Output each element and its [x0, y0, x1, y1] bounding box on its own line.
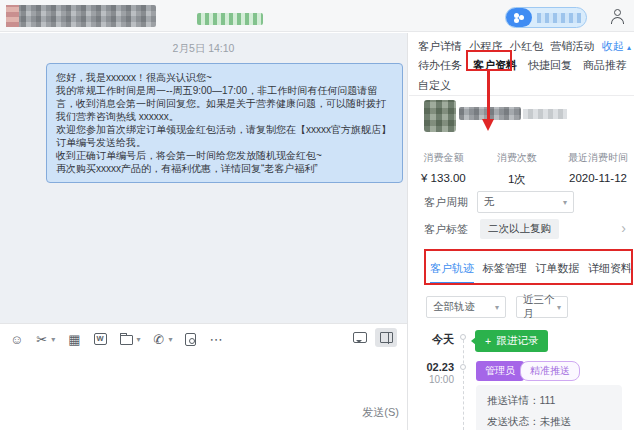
message-timestamp: 2月5日 14:10	[0, 33, 407, 56]
scrm-app-button[interactable]	[505, 7, 587, 28]
stat-last-purchase: 最近消费时间 2020-11-12	[568, 151, 628, 187]
panel-tabs-row2: 待办任务 客户资料 快捷回复 商品推荐	[418, 58, 631, 73]
emoji-icon[interactable]: ☺	[10, 333, 23, 346]
tab-todo-tasks[interactable]: 待办任务	[418, 58, 462, 73]
side-panel-icon	[380, 332, 393, 343]
scissors-caret-icon[interactable]: ▾	[51, 335, 55, 344]
chat-peer-tag-redacted	[197, 13, 263, 25]
message-line: 欢迎您参加首次绑定订单领现金红包活动，请复制您在【xxxxx官方旗舰店】订单编号…	[56, 123, 393, 149]
composer-toolbar-right	[353, 328, 397, 347]
customer-cycle-row: 客户周期 无 ▾	[424, 191, 624, 213]
push-detail-card: 推送详情：111 发送状态：未推送	[476, 385, 622, 430]
timeline-today-label: 今天	[409, 332, 454, 347]
title-bar	[0, 0, 634, 32]
phone-caret-icon[interactable]: ▾	[168, 335, 172, 344]
message-line: 再次购买xxxxx产品的，有福利优惠，详情回复“老客户福利”	[56, 162, 393, 175]
folder-caret-icon[interactable]: ▾	[137, 335, 141, 344]
stat-label: 最近消费时间	[568, 151, 628, 165]
message-line: 您好，我是xxxxxx！很高兴认识您~	[56, 71, 393, 84]
phone-icon[interactable]: ✆	[154, 333, 165, 346]
send-button[interactable]: 发送(S)	[362, 405, 399, 420]
cycle-value: 无	[484, 195, 495, 209]
tab-customer-details[interactable]: 客户详情	[418, 39, 462, 54]
annotation-red-arrow-head	[482, 119, 494, 131]
timeline-dot	[460, 334, 466, 340]
image-icon[interactable]: ▦	[68, 333, 80, 346]
panel-tabs-row1: 客户详情 小程序 小红包 营销活动 收起 ▴	[418, 39, 631, 54]
track-range-dropdown[interactable]: 近三个月 ▾	[516, 296, 568, 318]
customer-name-tail-redacted	[523, 109, 567, 119]
stat-value: 2020-11-12	[568, 172, 628, 184]
tab-tag-manage[interactable]: 标签管理	[483, 261, 527, 284]
tab-product-recommend[interactable]: 商品推荐	[583, 58, 627, 73]
message-line: 我的常规工作时间是周一--周五9:00—17:00，非工作时间有任何问题请留言，…	[56, 84, 393, 123]
divider	[409, 95, 634, 96]
chat-history-icon[interactable]	[353, 332, 367, 343]
tab-detail-profile[interactable]: 详细资料	[588, 261, 632, 284]
app-window: 2月5日 14:10 您好，我是xxxxxx！很高兴认识您~ 我的常规工作时间是…	[0, 0, 634, 430]
red-packet-icon[interactable]	[185, 333, 196, 346]
customer-timeline: 今天 + 跟进记录 02.23 10:00 管理员 精准推送 推送详情：111 …	[409, 328, 634, 430]
chat-pane: 2月5日 14:10 您好，我是xxxxxx！很高兴认识您~ 我的常规工作时间是…	[0, 33, 408, 430]
stat-label: 消费金额	[421, 151, 466, 165]
tab-red-packet[interactable]: 小红包	[510, 39, 543, 54]
chevron-down-icon: ▾	[495, 303, 499, 312]
message-history[interactable]: 2月5日 14:10 您好，我是xxxxxx！很高兴认识您~ 我的常规工作时间是…	[0, 33, 407, 323]
track-scope-dropdown[interactable]: 全部轨迹 ▾	[426, 296, 506, 318]
customer-stats: 消费金额 ¥ 133.00 消费次数 1次 最近消费时间 2020-11-12	[421, 151, 628, 187]
tab-marketing[interactable]: 营销活动	[550, 39, 594, 54]
panel-tabs-row3: 自定义	[418, 78, 631, 93]
collapse-button[interactable]: 收起 ▴	[602, 39, 631, 54]
chevron-down-icon: ▾	[557, 303, 561, 312]
push-status-line: 发送状态：未推送	[487, 415, 611, 429]
tag-label: 客户标签	[424, 222, 468, 237]
stat-value: 1次	[497, 172, 537, 187]
detail-tabs: 客户轨迹 标签管理 订单数据 详细资料	[430, 261, 632, 284]
tab-customer-track[interactable]: 客户轨迹	[430, 261, 474, 284]
timeline-line	[463, 340, 464, 430]
track-range-value: 近三个月	[523, 293, 557, 321]
message-composer[interactable]: ☺ ✂ ▾ ▦ W ▾ ✆ ▾ ⋯ 发送(S)	[0, 323, 407, 430]
add-follow-up-button[interactable]: + 跟进记录	[475, 330, 548, 352]
stat-label: 消费次数	[497, 151, 537, 165]
precise-push-badge[interactable]: 精准推送	[520, 361, 580, 381]
annotation-red-arrow-line	[487, 71, 490, 120]
incoming-message-bubble: 您好，我是xxxxxx！很高兴认识您~ 我的常规工作时间是周一--周五9:00—…	[46, 63, 403, 183]
plus-icon: +	[485, 335, 491, 347]
cycle-label: 客户周期	[424, 195, 468, 210]
chevron-down-icon: ▾	[563, 198, 567, 207]
chat-peer-name-redacted	[6, 5, 156, 27]
tab-quick-reply[interactable]: 快捷回复	[528, 58, 572, 73]
stat-order-count: 消费次数 1次	[497, 151, 537, 187]
stat-value: ¥ 133.00	[421, 172, 466, 184]
tab-customer-info[interactable]: 客户资料	[473, 58, 517, 73]
folder-icon[interactable]	[120, 335, 133, 345]
track-scope-value: 全部轨迹	[433, 300, 475, 314]
scrm-logo-icon	[506, 8, 532, 27]
contact-profile-icon[interactable]	[611, 9, 626, 25]
timeline-dot	[460, 364, 466, 370]
screenshot-scissors-icon[interactable]: ✂	[36, 333, 47, 346]
customer-panel: 客户详情 小程序 小红包 营销活动 收起 ▴ 待办任务 客户资料 快捷回复 商品…	[409, 33, 634, 430]
more-icon[interactable]: ⋯	[209, 333, 222, 346]
tab-mini-program[interactable]: 小程序	[469, 39, 502, 54]
admin-badge[interactable]: 管理员	[476, 361, 524, 381]
add-follow-up-label: 跟进记录	[496, 334, 538, 348]
scrm-app-label-redacted	[537, 13, 581, 23]
word-file-icon[interactable]: W	[94, 333, 107, 345]
chevron-right-icon[interactable]: ›	[621, 220, 626, 236]
entry-date: 02.23	[409, 361, 454, 373]
customer-tag-chip[interactable]: 二次以上复购	[480, 219, 559, 239]
cycle-dropdown[interactable]: 无 ▾	[477, 191, 574, 213]
side-panel-toggle[interactable]	[375, 328, 397, 347]
customer-tag-row: 客户标签 二次以上复购 ›	[424, 219, 628, 239]
customer-avatar[interactable]	[424, 100, 456, 132]
composer-toolbar: ☺ ✂ ▾ ▦ W ▾ ✆ ▾ ⋯	[10, 329, 222, 349]
entry-time: 10:00	[409, 374, 454, 385]
tab-custom[interactable]: 自定义	[418, 78, 451, 93]
tab-order-data[interactable]: 订单数据	[535, 261, 579, 284]
push-detail-line: 推送详情：111	[487, 394, 611, 408]
caret-up-icon: ▴	[627, 43, 631, 52]
message-line: 收到正确订单编号后，将会第一时间给您发放随机现金红包~	[56, 149, 393, 162]
stat-total-spend: 消费金额 ¥ 133.00	[421, 151, 466, 187]
